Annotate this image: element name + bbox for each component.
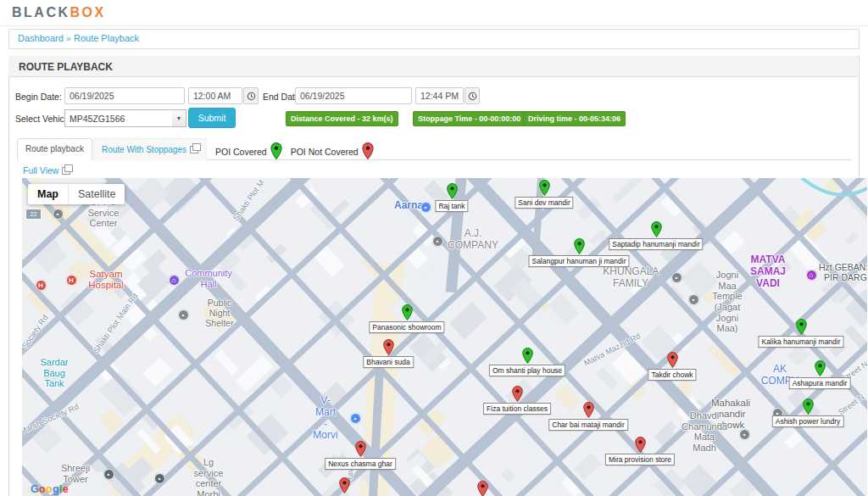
map-place-label[interactable]: Satyam Hospital [88, 269, 124, 291]
temple-icon[interactable]: • [688, 294, 699, 305]
family-icon[interactable]: • [671, 272, 682, 283]
map-place-label[interactable]: V-Mart - Morvi [313, 395, 337, 442]
tower-icon[interactable]: • [103, 469, 114, 480]
tab-route-with-stoppages[interactable]: Route With Stoppages [93, 138, 207, 160]
map-place-label[interactable]: Jogni Maa Temple (Jagat Jogni Maa) [712, 270, 742, 334]
breadcrumb: Dashboard»Route Playback [18, 33, 139, 43]
external-window-icon [190, 146, 198, 153]
submit-button[interactable]: Submit [188, 108, 236, 128]
clock-icon [468, 92, 477, 101]
tab-route-playback[interactable]: Route playback [17, 138, 92, 160]
poi-not-covered-marker[interactable] [339, 477, 350, 496]
company-icon[interactable]: • [432, 236, 443, 247]
marker-label: Saptadip hanumanji mandir [609, 238, 703, 250]
full-view-link[interactable]: Full View [23, 165, 70, 176]
building [501, 467, 516, 483]
marker-label: Om shanti play house [489, 365, 565, 376]
driving-time-badge: Driving time - 00-05:34:06 [523, 111, 626, 126]
building [214, 350, 239, 376]
vadi-icon[interactable]: ⌂ [806, 270, 817, 281]
marker-label: Nexus chasma ghar [325, 458, 396, 470]
map-place-label[interactable]: Hzt.GEBANSH PIR.DARGA [819, 262, 867, 282]
poi-not-covered-marker[interactable] [477, 481, 488, 496]
chevron-down-icon: ▾ [177, 114, 181, 122]
submit-label: Submit [198, 113, 226, 123]
vmart-icon[interactable]: • [350, 413, 361, 424]
marker-label: Panasonic showroom [369, 321, 444, 333]
map-place-label[interactable]: Sardar Baug Tank [40, 357, 68, 389]
map-place-label[interactable]: Lg service center Morbi [194, 457, 224, 496]
map-type-control: Map Satellite [28, 184, 125, 204]
map-place-label[interactable]: KHUNGALA FAMILY [603, 266, 658, 290]
map-place-label[interactable]: Public Night Shelter [205, 298, 233, 328]
begin-time-input[interactable] [188, 87, 242, 104]
building [845, 231, 859, 245]
google-logo-letter: g [53, 483, 59, 495]
page-title: ROUTE PLAYBACK [19, 61, 113, 73]
building [574, 453, 602, 480]
route-playback-page: BLACKBOX Dashboard»Route Playback ROUTE … [0, 0, 868, 496]
map-place-label[interactable]: Shreeji Tower [61, 463, 90, 484]
begin-time-clock-button[interactable] [243, 87, 259, 104]
marker-label: Ashapura mandir [789, 377, 851, 389]
hospital-icon[interactable]: H [36, 280, 47, 291]
map-place-label[interactable]: Aarna [394, 200, 423, 212]
marker-label: Salangpur hanuman ji mandir [528, 255, 629, 267]
breadcrumb-separator: » [64, 33, 74, 43]
satellite-button[interactable]: Satellite [68, 184, 125, 204]
marker-label: Bhavani suda [363, 356, 414, 368]
clock-icon [247, 92, 256, 101]
blackbox-logo[interactable]: BLACKBOX [12, 5, 106, 20]
map-place-label[interactable]: A.J. COMPANY [448, 228, 498, 252]
breadcrumb-dashboard-link[interactable]: Dashboard [18, 33, 64, 43]
marker-label: Mira provision store [605, 454, 675, 465]
end-time-clock-button[interactable] [465, 87, 480, 104]
google-logo-letter: o [39, 483, 46, 495]
madh-icon[interactable]: • [739, 429, 750, 440]
map-place-label[interactable]: Community Hall [185, 268, 232, 289]
vehicle-select-value: MP45ZG1566 [70, 114, 125, 124]
google-logo-letter: o [46, 483, 53, 495]
shelter-icon[interactable]: • [178, 309, 189, 320]
vehicle-select-arrow-button[interactable]: ▾ [172, 109, 186, 127]
oppo-service-icon[interactable]: • [53, 209, 64, 220]
hospital-icon[interactable]: H [66, 275, 77, 286]
building [143, 357, 173, 387]
marker-label: Takdir chowk [648, 369, 696, 381]
begin-date-label: Begin Date: [15, 92, 62, 102]
map-button[interactable]: Map [28, 184, 68, 204]
top-header: BLACKBOX [0, 0, 868, 26]
poi-not-covered-label: POI Not Covered [291, 147, 359, 157]
poi-not-covered-pin-icon [362, 142, 374, 161]
marker-label: Fiza tuition classes [483, 403, 551, 415]
poi-not-covered-legend: POI Not Covered [291, 138, 374, 161]
end-date-input[interactable] [295, 87, 412, 104]
stoppage-time-badge: Stoppage Time - 00-00:00:00 [413, 111, 526, 126]
tab-route-with-stoppages-label: Route With Stoppages [102, 145, 186, 154]
poi-covered-label: POI Covered [215, 147, 267, 157]
community-hall-icon[interactable]: ⌂ [169, 275, 180, 286]
breadcrumb-current[interactable]: Route Playback [74, 33, 139, 43]
marker-label: Char bai mataji mandir [548, 419, 628, 431]
river-water-line [785, 178, 867, 212]
end-time-input[interactable] [415, 87, 464, 104]
distance-covered-badge: Distance Covered - 32 km(s) [286, 111, 398, 126]
shop-icon[interactable]: • [420, 202, 431, 213]
vehicle-select[interactable]: MP45ZG1566 [64, 109, 173, 127]
building [331, 199, 350, 219]
tab-row: Route playback Route With Stoppages POI … [17, 138, 374, 160]
building [588, 472, 614, 496]
map-place-label[interactable]: MATVA SAMAJ VADI [750, 254, 786, 289]
logo-black-text: BLACK [12, 5, 70, 20]
map-place-label[interactable]: Dhavdi Chamunda Mata Madh [682, 410, 727, 454]
marker-label: Ashish power lundry [772, 415, 844, 427]
logo-box-text: BOX [70, 5, 106, 20]
map[interactable]: Shakti Plot MShakti Plot Main RdSociety … [22, 178, 867, 496]
building [449, 302, 487, 340]
marker-label: Kalika hanumanji mandir [758, 336, 843, 348]
google-logo-letter: e [63, 483, 69, 495]
service-center-icon[interactable]: • [154, 473, 165, 484]
google-logo[interactable]: Google [31, 483, 69, 495]
begin-date-input[interactable] [64, 87, 185, 104]
marker-label: Sani dev mandir [515, 197, 573, 209]
